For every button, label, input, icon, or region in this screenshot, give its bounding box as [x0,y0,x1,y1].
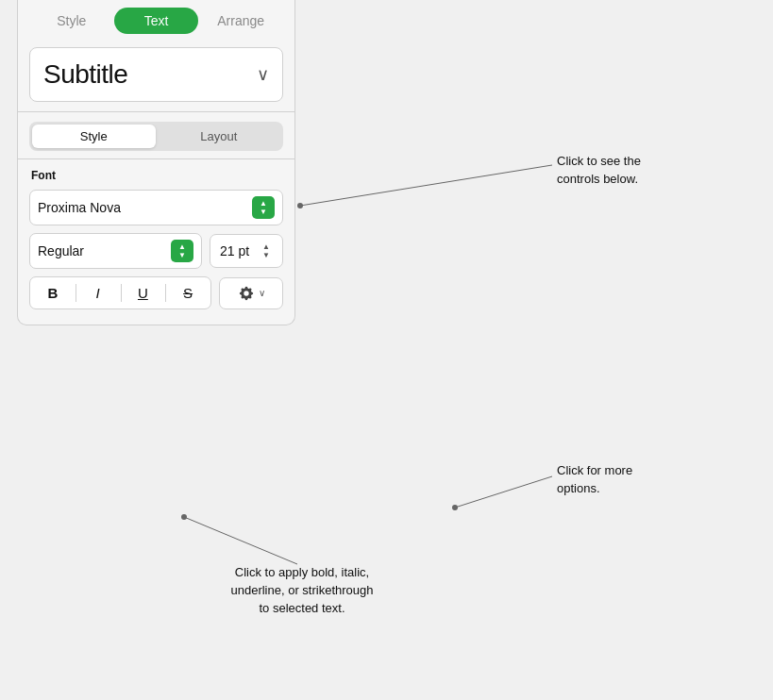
italic-icon: I [96,285,100,301]
stepper-up-icon: ▲ [262,243,270,251]
bold-button[interactable]: B [30,277,76,308]
stepper-down-icon: ▼ [260,208,267,216]
svg-line-2 [455,476,552,508]
callout-controls: Click to see the controls below. [557,153,717,189]
gear-icon [238,285,255,302]
paragraph-dropdown-chevron: ∨ [257,64,269,85]
font-name-stepper[interactable]: ▲ ▼ [252,196,275,219]
font-style-stepper[interactable]: ▲ ▼ [171,240,193,262]
svg-point-5 [181,514,187,520]
svg-line-0 [300,165,552,206]
svg-line-4 [184,517,297,564]
sub-tab-layout[interactable]: Layout [158,125,281,148]
inspector-panel: Style Text Arrange Subtitle ∨ Style Layo… [17,0,295,325]
gear-options-button[interactable]: ∨ [219,277,283,309]
font-name-row: ▲ ▼ [29,190,283,225]
svg-point-3 [452,505,458,510]
font-size-box: 21 pt ▲ ▼ [210,234,283,268]
font-style-row: Regular ▲ ▼ 21 pt ▲ ▼ [29,233,283,269]
font-name-input[interactable] [38,200,252,215]
font-style-select[interactable]: Regular ▲ ▼ [29,233,202,269]
callout-options: Click for more options. [557,462,694,498]
font-style-label: Regular [38,243,171,258]
tab-bar: Style Text Arrange [18,0,294,43]
tab-arrange[interactable]: Arrange [198,8,283,34]
strikethrough-icon: S [183,285,193,301]
stepper-up-icon: ▲ [260,200,267,208]
stepper-down-icon: ▼ [178,252,186,259]
section-divider-1 [18,158,294,159]
strikethrough-button[interactable]: S [165,277,210,308]
font-size-stepper[interactable]: ▲ ▼ [256,241,277,261]
tab-text[interactable]: Text [114,8,199,34]
callout-apply: Click to apply bold, italic, underline, … [193,564,411,618]
format-row: B I U S ∨ [29,276,283,309]
gear-chevron-icon: ∨ [259,288,265,298]
stepper-down-icon: ▼ [262,252,270,259]
font-section-label: Font [31,169,281,182]
paragraph-style-label: Subtitle [43,59,127,90]
divider-1 [18,111,294,112]
format-buttons-group: B I U S [29,276,211,309]
stepper-up-icon: ▲ [178,243,186,251]
underline-button[interactable]: U [121,277,166,308]
sub-tab-style[interactable]: Style [32,125,156,148]
paragraph-style-dropdown[interactable]: Subtitle ∨ [29,47,283,102]
bold-icon: B [47,285,58,301]
sub-tab-bar: Style Layout [29,122,283,151]
svg-point-1 [297,203,303,208]
tab-style[interactable]: Style [29,8,114,34]
font-size-value: 21 pt [220,243,252,258]
underline-icon: U [138,285,148,301]
italic-button[interactable]: I [76,277,121,308]
